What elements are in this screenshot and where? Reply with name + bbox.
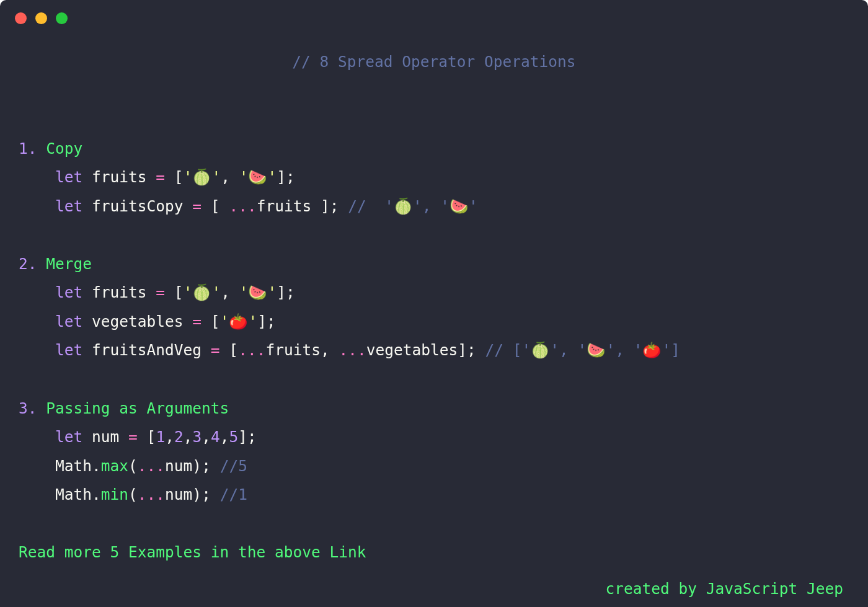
comment-one: //1 bbox=[220, 485, 247, 503]
close-icon[interactable] bbox=[15, 12, 27, 24]
bracket-close: ] bbox=[257, 312, 267, 330]
operator-eq: = bbox=[211, 341, 220, 359]
semicolon: ; bbox=[202, 457, 211, 475]
paren-open: ( bbox=[128, 457, 138, 475]
bracket-open: [ bbox=[174, 168, 184, 186]
semicolon: ; bbox=[330, 197, 339, 215]
comma: , bbox=[202, 428, 211, 446]
bracket-close: ] bbox=[671, 341, 680, 359]
bracket-close: ] bbox=[321, 197, 330, 215]
keyword-let: let bbox=[55, 197, 82, 215]
var-fruits: fruits bbox=[265, 341, 321, 359]
bracket-open: [ bbox=[147, 428, 156, 446]
comma: , bbox=[165, 428, 174, 446]
quote: ' bbox=[522, 341, 531, 359]
quote: ' bbox=[239, 283, 249, 301]
semicolon: ; bbox=[286, 168, 295, 186]
quote: ' bbox=[469, 197, 478, 215]
operator-eq: = bbox=[192, 197, 202, 215]
quote: ' bbox=[413, 197, 422, 215]
quote: ' bbox=[248, 312, 257, 330]
bracket-open: [ bbox=[229, 341, 238, 359]
emoji-melon: 🍈 bbox=[394, 197, 413, 215]
comma: , bbox=[422, 197, 432, 215]
number: 4 bbox=[211, 428, 220, 446]
code-window: // 8 Spread Operator Operations 1. Copy … bbox=[0, 0, 868, 607]
semicolon: ; bbox=[267, 312, 276, 330]
keyword-let: let bbox=[55, 428, 82, 446]
section-title: Copy bbox=[46, 140, 82, 157]
quote: ' bbox=[211, 168, 221, 186]
comma: , bbox=[220, 428, 229, 446]
method-min: min bbox=[101, 485, 128, 503]
comma: , bbox=[221, 283, 230, 301]
comma: , bbox=[221, 168, 230, 186]
quote: ' bbox=[239, 168, 249, 186]
comma: , bbox=[615, 341, 624, 359]
quote: ' bbox=[220, 312, 229, 330]
bracket-open: [ bbox=[513, 341, 522, 359]
emoji-watermelon: 🍉 bbox=[248, 168, 267, 186]
operator-eq: = bbox=[156, 283, 165, 301]
emoji-watermelon: 🍉 bbox=[248, 283, 267, 301]
emoji-melon: 🍈 bbox=[531, 341, 550, 359]
emoji-watermelon: 🍉 bbox=[587, 341, 606, 359]
read-more-text: Read more 5 Examples in the above Link bbox=[19, 543, 366, 561]
keyword-let: let bbox=[55, 283, 82, 301]
code-content: // 8 Spread Operator Operations 1. Copy … bbox=[0, 29, 868, 580]
header-comment: // 8 Spread Operator Operations bbox=[19, 48, 849, 77]
comma: , bbox=[321, 341, 330, 359]
var-vegetables: vegetables bbox=[92, 312, 184, 330]
quote: ' bbox=[578, 341, 587, 359]
window-titlebar bbox=[0, 0, 868, 29]
number: 3 bbox=[192, 428, 202, 446]
bracket-open: [ bbox=[174, 283, 184, 301]
dot: . bbox=[92, 457, 101, 475]
var-fruits: fruits bbox=[92, 168, 147, 186]
quote: ' bbox=[440, 197, 450, 215]
minimize-icon[interactable] bbox=[35, 12, 47, 24]
comment-prefix: // bbox=[348, 197, 384, 215]
section-number: 3. bbox=[19, 399, 37, 417]
obj-math: Math bbox=[55, 485, 92, 503]
number: 1 bbox=[156, 428, 165, 446]
credit-text: created by JavaScript Jeep bbox=[605, 580, 843, 598]
var-fruitsandveg: fruitsAndVeg bbox=[92, 341, 202, 359]
comment-five: //5 bbox=[220, 457, 247, 475]
emoji-melon: 🍈 bbox=[192, 283, 211, 301]
keyword-let: let bbox=[55, 312, 82, 330]
spread-op: ... bbox=[229, 197, 256, 215]
quote: ' bbox=[634, 341, 643, 359]
semicolon: ; bbox=[247, 428, 257, 446]
quote: ' bbox=[384, 197, 394, 215]
var-num: num bbox=[92, 428, 119, 446]
section-title: Passing as Arguments bbox=[46, 399, 229, 417]
var-vegetables: vegetables bbox=[366, 341, 458, 359]
comma: , bbox=[559, 341, 569, 359]
var-num: num bbox=[165, 457, 192, 475]
emoji-watermelon: 🍉 bbox=[450, 197, 469, 215]
semicolon: ; bbox=[286, 283, 295, 301]
section-title: Merge bbox=[46, 255, 92, 273]
quote: ' bbox=[184, 168, 193, 186]
keyword-let: let bbox=[55, 341, 82, 359]
operator-eq: = bbox=[192, 312, 202, 330]
spread-op: ... bbox=[138, 457, 165, 475]
keyword-let: let bbox=[55, 168, 82, 186]
spread-op: ... bbox=[138, 485, 165, 503]
obj-math: Math bbox=[55, 457, 92, 475]
bracket-close: ] bbox=[238, 428, 247, 446]
section-number: 1. bbox=[19, 140, 37, 157]
paren-open: ( bbox=[128, 485, 138, 503]
emoji-melon: 🍈 bbox=[192, 168, 211, 186]
section-number: 2. bbox=[19, 255, 37, 273]
bracket-close: ] bbox=[277, 283, 286, 301]
maximize-icon[interactable] bbox=[56, 12, 68, 24]
dot: . bbox=[92, 485, 101, 503]
var-fruits: fruits bbox=[92, 283, 147, 301]
operator-eq: = bbox=[128, 428, 138, 446]
semicolon: ; bbox=[202, 485, 211, 503]
bracket-open: [ bbox=[211, 312, 220, 330]
bracket-close: ] bbox=[277, 168, 286, 186]
comment-prefix: // bbox=[485, 341, 513, 359]
